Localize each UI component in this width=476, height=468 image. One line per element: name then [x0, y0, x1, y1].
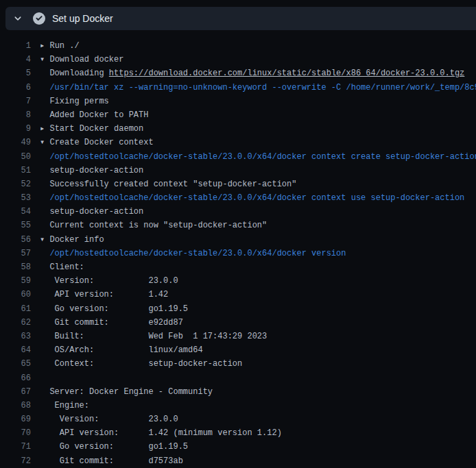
- line-number[interactable]: 51: [0, 164, 31, 177]
- line-number[interactable]: 68: [0, 399, 31, 412]
- line-content: Version: 23.0.0: [40, 274, 178, 288]
- log-link[interactable]: https://download.docker.com/linux/static…: [109, 69, 464, 78]
- line-content: Fixing perms: [40, 95, 109, 108]
- line-number[interactable]: 69: [0, 412, 31, 426]
- line-number[interactable]: 56: [0, 233, 31, 247]
- log-line: 69 Version: 23.0.0: [0, 412, 476, 426]
- line-number[interactable]: 63: [0, 330, 31, 343]
- line-number[interactable]: 7: [0, 95, 31, 108]
- line-content: API version: 1.42: [40, 288, 168, 301]
- line-content: Git commit: e92dd87: [40, 316, 183, 330]
- line-number[interactable]: 8: [0, 108, 31, 122]
- log-line: 8 Added Docker to PATH: [0, 108, 476, 122]
- log-line: 58 Client:: [0, 260, 476, 274]
- line-number[interactable]: 60: [0, 288, 31, 301]
- log-line[interactable]: 4▾ Download docker: [0, 53, 476, 66]
- log-line: 64 OS/Arch: linux/amd64: [0, 343, 476, 357]
- line-content: /opt/hostedtoolcache/docker-stable/23.0.…: [40, 150, 476, 164]
- line-number[interactable]: 70: [0, 426, 31, 440]
- line-content: ▸ Run ./: [40, 39, 80, 53]
- line-content: Successfully created context "setup-dock…: [40, 177, 296, 191]
- log-line: 55 Current context is now "setup-docker-…: [0, 219, 476, 232]
- line-content: API version: 1.42 (minimum version 1.12): [40, 426, 282, 440]
- line-number[interactable]: 64: [0, 343, 31, 357]
- chevron-down-icon[interactable]: [14, 14, 22, 23]
- line-number[interactable]: 4: [0, 53, 31, 66]
- line-number[interactable]: 5: [0, 66, 31, 80]
- line-number[interactable]: 71: [0, 440, 31, 454]
- line-number[interactable]: 55: [0, 219, 31, 232]
- line-content: Client:: [40, 260, 84, 274]
- log-line: 65 Context: setup-docker-action: [0, 357, 476, 371]
- log-line: 6 /usr/bin/tar xz --warning=no-unknown-k…: [0, 81, 476, 95]
- log-line: 62 Git commit: e92dd87: [0, 316, 476, 330]
- line-content: Engine:: [40, 399, 89, 412]
- log-line: 63 Built: Wed Feb 1 17:43:29 2023: [0, 330, 476, 343]
- line-content: ▸ Start Docker daemon: [40, 122, 143, 136]
- line-number[interactable]: 50: [0, 150, 31, 164]
- line-content: Git commit: d7573ab: [40, 454, 183, 468]
- log-line: 72 Git commit: d7573ab: [0, 454, 476, 468]
- log-line[interactable]: 49▾ Create Docker context: [0, 136, 476, 149]
- line-number[interactable]: 62: [0, 316, 31, 330]
- command-text: /opt/hostedtoolcache/docker-stable/23.0.…: [49, 152, 476, 162]
- log-line[interactable]: 1▸ Run ./: [0, 39, 476, 53]
- line-number[interactable]: 58: [0, 260, 31, 274]
- log-line: 71 Go version: go1.19.5: [0, 440, 476, 454]
- line-content: Downloading https://download.docker.com/…: [40, 66, 464, 80]
- log-line: 54 setup-docker-action: [0, 205, 476, 219]
- line-number[interactable]: 49: [0, 136, 31, 149]
- line-number[interactable]: 72: [0, 454, 31, 468]
- command-text: /usr/bin/tar xz --warning=no-unknown-key…: [49, 83, 476, 93]
- line-number[interactable]: 1: [0, 39, 31, 53]
- line-number[interactable]: 57: [0, 247, 31, 260]
- line-number[interactable]: 54: [0, 205, 31, 219]
- log-line: 57 /opt/hostedtoolcache/docker-stable/23…: [0, 247, 476, 260]
- check-circle-icon: [33, 12, 45, 25]
- line-content: Server: Docker Engine - Community: [40, 385, 213, 399]
- disclosure-collapsed-icon[interactable]: ▸: [40, 124, 49, 134]
- line-content: Go version: go1.19.5: [40, 302, 188, 316]
- log-line: 66: [0, 371, 476, 385]
- line-content: ▾ Docker info: [40, 233, 104, 247]
- disclosure-expanded-icon[interactable]: ▾: [40, 138, 49, 147]
- line-number[interactable]: 66: [0, 371, 31, 385]
- step-title: Set up Docker: [52, 13, 113, 24]
- line-content: setup-docker-action: [40, 205, 143, 219]
- log-line: 7 Fixing perms: [0, 95, 476, 108]
- disclosure-expanded-icon[interactable]: ▾: [40, 55, 49, 64]
- line-content: [40, 371, 49, 385]
- log-line: 50 /opt/hostedtoolcache/docker-stable/23…: [0, 150, 476, 164]
- line-content: Current context is now "setup-docker-act…: [40, 219, 267, 232]
- line-number[interactable]: 65: [0, 357, 31, 371]
- line-number[interactable]: 6: [0, 81, 31, 95]
- log-line[interactable]: 9▸ Start Docker daemon: [0, 122, 476, 136]
- log-line[interactable]: 56▾ Docker info: [0, 233, 476, 247]
- line-content: /usr/bin/tar xz --warning=no-unknown-key…: [40, 81, 476, 95]
- log-line: 5 Downloading https://download.docker.co…: [0, 66, 476, 80]
- line-number[interactable]: 53: [0, 191, 31, 205]
- line-content: Built: Wed Feb 1 17:43:29 2023: [40, 330, 267, 343]
- line-number[interactable]: 67: [0, 385, 31, 399]
- command-text: /opt/hostedtoolcache/docker-stable/23.0.…: [49, 193, 464, 203]
- line-content: ▾ Create Docker context: [40, 136, 154, 149]
- disclosure-expanded-icon[interactable]: ▾: [40, 235, 49, 245]
- line-content: Added Docker to PATH: [40, 108, 148, 122]
- log-line: 53 /opt/hostedtoolcache/docker-stable/23…: [0, 191, 476, 205]
- log-line: 67 Server: Docker Engine - Community: [0, 385, 476, 399]
- line-number[interactable]: 9: [0, 122, 31, 136]
- line-content: setup-docker-action: [40, 164, 143, 177]
- line-content: Context: setup-docker-action: [40, 357, 242, 371]
- log-line: 51 setup-docker-action: [0, 164, 476, 177]
- step-header[interactable]: Set up Docker: [5, 7, 476, 30]
- line-number[interactable]: 59: [0, 274, 31, 288]
- log-viewer: 1▸ Run ./4▾ Download docker5 Downloading…: [0, 30, 476, 468]
- log-line: 59 Version: 23.0.0: [0, 274, 476, 288]
- log-line: 61 Go version: go1.19.5: [0, 302, 476, 316]
- line-content: Version: 23.0.0: [40, 412, 178, 426]
- line-content: Go version: go1.19.5: [40, 440, 188, 454]
- log-line: 70 API version: 1.42 (minimum version 1.…: [0, 426, 476, 440]
- disclosure-collapsed-icon[interactable]: ▸: [40, 41, 49, 51]
- line-number[interactable]: 61: [0, 302, 31, 316]
- line-number[interactable]: 52: [0, 177, 31, 191]
